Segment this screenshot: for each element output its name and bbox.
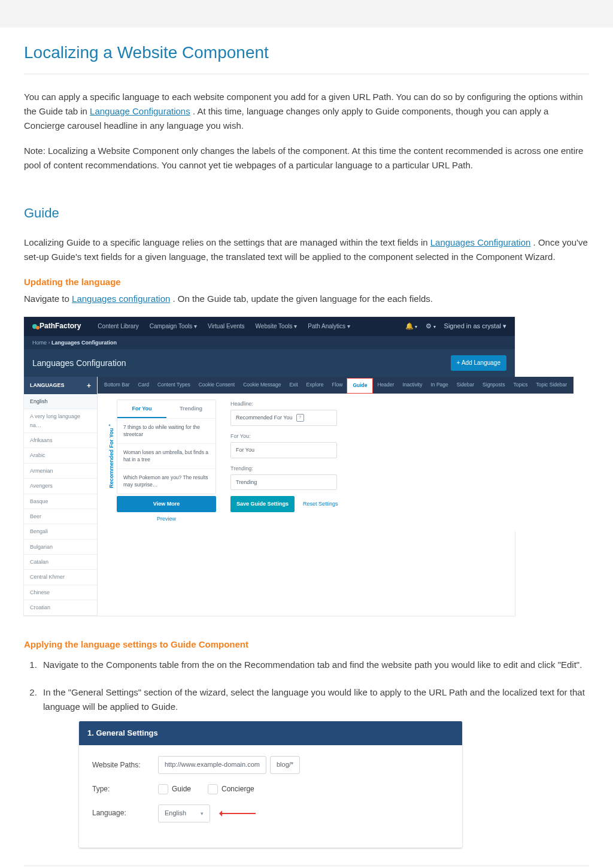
signed-in-menu[interactable]: Signed in as crystal ▾ [444,321,506,332]
languages-column-header: LANGUAGES + [24,377,97,394]
headline-label: Headline: [230,400,565,408]
lang-item-english[interactable]: English [24,394,97,409]
step-2: In the "General Settings" section of the… [40,685,589,848]
fields-button-row: Save Guide Settings Reset Settings [230,496,565,512]
lang-item-croatian[interactable]: Croatian [24,600,97,615]
website-paths-label: Website Paths: [92,760,158,771]
tab-content-types[interactable]: Content Types [153,377,195,394]
website-domain-chip[interactable]: http://www.example-domain.com [158,756,266,774]
tab-guide[interactable]: Guide [347,378,373,394]
link-languages-configuration-1[interactable]: Languages Configuration [430,237,531,247]
article: Localizing a Website Component You can a… [0,28,613,868]
type-concierge-label: Concierge [221,784,254,795]
nav-content-library[interactable]: Content Library [98,322,138,331]
nav-virtual-events[interactable]: Virtual Events [208,322,245,331]
lang-item-chinese[interactable]: Chinese [24,585,97,600]
lang-item-bengali[interactable]: Bengali [24,524,97,539]
help-icon[interactable]: ? [296,414,304,422]
lang-item-basque[interactable]: Basque [24,494,97,509]
crumb-current: Languages Configuration [51,340,117,346]
subheading-updating: Updating the language [24,275,589,289]
add-language-button[interactable]: + Add Language [451,355,506,371]
preview-tabs: For You Trending [117,400,216,418]
tab-inactivity[interactable]: Inactivity [398,377,426,394]
config-right-area: Bottom Bar Card Content Types Cookie Con… [98,377,573,615]
tab-sidebar[interactable]: Sidebar [453,377,478,394]
languages-config-body: LANGUAGES + English A very long language… [24,377,515,615]
lang-item-bulgarian[interactable]: Bulgarian [24,540,97,555]
languages-column: LANGUAGES + English A very long language… [24,377,98,615]
tab-cookie-consent[interactable]: Cookie Consent [195,377,239,394]
steps-list: Navigate to the Components table from th… [37,658,589,848]
tab-header[interactable]: Header [373,377,398,394]
trending-value: Trending [236,478,257,486]
trending-label: Trending: [230,464,565,473]
link-languages-configuration-2[interactable]: Languages configuration [72,294,170,304]
tab-in-page[interactable]: In Page [426,377,452,394]
screenshot-languages-config: PathFactory Content Library Campaign Too… [24,317,515,616]
row-language: Language: English ▾ [92,805,449,822]
tab-topic-sidebar[interactable]: Topic Sidebar [532,377,572,394]
view-more-button[interactable]: View More [117,496,216,512]
breadcrumb: Home › Languages Configuration [24,336,515,349]
preview-item-2: Woman loses an umbrella, but finds a hat… [117,443,216,468]
preview-tab-for-you[interactable]: For You [117,400,166,418]
checkbox-concierge[interactable] [208,784,218,794]
lang-item-avengers[interactable]: Avengers [24,479,97,494]
tab-cookie-message[interactable]: Cookie Message [239,377,285,394]
language-select[interactable]: English ▾ [158,805,210,822]
add-language-plus-icon[interactable]: + [87,382,91,389]
tab-explore[interactable]: Explore [302,377,328,394]
bell-icon[interactable]: 🔔 [405,321,417,332]
type-label: Type: [92,784,158,795]
lang-item-khmer[interactable]: Central Khmer [24,570,97,585]
fields-column: Headline: Recommended For You ? For You:… [222,394,573,531]
lang-item-arabic[interactable]: Arabic [24,448,97,463]
nav-items: Content Library Campaign Tools ▾ Virtual… [89,322,397,331]
language-label: Language: [92,807,158,819]
trending-input[interactable]: Trending [230,474,337,490]
title-rule [24,74,589,74]
for-you-label: For You: [230,432,565,440]
brand-name: PathFactory [40,320,81,332]
tab-bottom-bar[interactable]: Bottom Bar [100,377,134,394]
headline-input[interactable]: Recommended For You ? [230,410,337,425]
top-band [0,0,613,28]
nav-campaign-tools[interactable]: Campaign Tools ▾ [150,322,197,331]
footer-separator [24,866,589,866]
brand-logo-icon [32,324,37,329]
intro-paragraph-2: Note: Localizing a Website Component onl… [24,144,589,173]
lang-item-afrikaans[interactable]: Afrikaans [24,433,97,448]
for-you-input[interactable]: For You [230,442,337,458]
step-1: Navigate to the Components table from th… [40,658,589,672]
tab-signposts[interactable]: Signposts [478,377,509,394]
preview-item-3: Which Pokemon are you? The results may s… [117,468,216,494]
preview-card: For You Trending 7 things to do while wa… [117,400,216,494]
tab-card[interactable]: Card [134,377,153,394]
lang-item-armenian[interactable]: Armenian [24,464,97,479]
lang-item-long[interactable]: A very long language na… [24,409,97,433]
tab-exit[interactable]: Exit [285,377,302,394]
website-path-chip[interactable]: blog/* [270,756,300,774]
field-trending: Trending: Trending [230,464,565,491]
guide-paragraph: Localizing Guide to a specific language … [24,235,589,264]
nav-path-analytics[interactable]: Path Analytics ▾ [308,322,350,331]
general-settings-body: Website Paths: http://www.example-domain… [79,745,462,847]
screenshot-general-settings: 1. General Settings Website Paths: http:… [79,721,462,848]
link-language-configurations[interactable]: Language Configurations [90,106,190,116]
lang-item-beer[interactable]: Beer [24,509,97,524]
reset-settings-link[interactable]: Reset Settings [303,500,338,508]
checkbox-guide[interactable] [158,784,168,794]
preview-tab-trending[interactable]: Trending [166,400,216,418]
tab-topics[interactable]: Topics [509,377,532,394]
intro-paragraph-1: You can apply a specific language to eac… [24,90,589,133]
save-guide-settings-button[interactable]: Save Guide Settings [230,496,295,512]
crumb-home[interactable]: Home › [32,340,51,346]
preview-link[interactable]: Preview [117,512,216,525]
tab-flow[interactable]: Flow [327,377,347,394]
app-navbar: PathFactory Content Library Campaign Too… [24,317,515,336]
config-tabs: Bottom Bar Card Content Types Cookie Con… [98,377,573,394]
lang-item-catalan[interactable]: Catalan [24,555,97,570]
nav-website-tools[interactable]: Website Tools ▾ [256,322,298,331]
gear-icon[interactable]: ⚙ [426,321,435,332]
